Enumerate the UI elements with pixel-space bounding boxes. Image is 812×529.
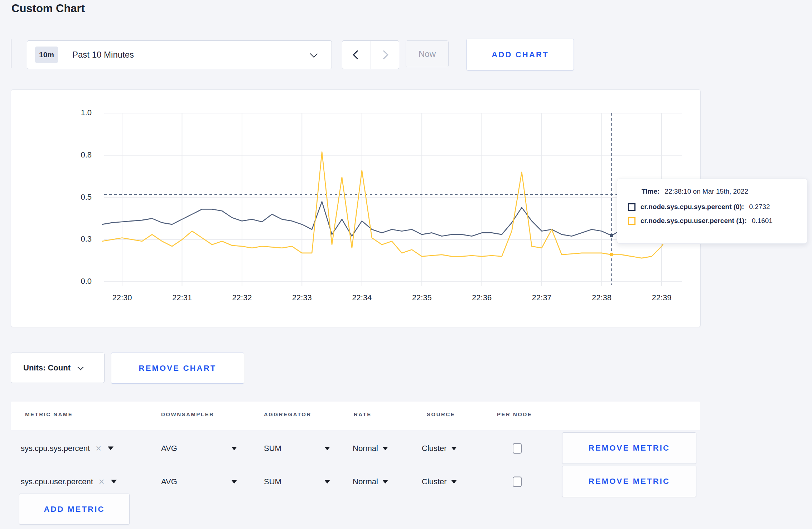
remove-metric-button[interactable]: REMOVE METRIC <box>562 432 696 464</box>
rate-select[interactable]: Normal <box>353 477 388 486</box>
column-header-source: SOURCE <box>427 411 455 417</box>
chevron-down-icon <box>310 50 318 57</box>
aggregator-value: SUM <box>264 477 281 486</box>
chevron-left-icon <box>353 50 362 59</box>
y-axis-tick-label: 0.3 <box>59 234 92 244</box>
caret-down-icon <box>451 447 457 450</box>
add-chart-button[interactable]: ADD CHART <box>467 39 574 71</box>
x-axis-tick-label: 22:35 <box>406 293 438 302</box>
tooltip-series-value: 0.2732 <box>749 203 770 211</box>
x-axis-tick-label: 22:36 <box>466 293 498 302</box>
source-value: Cluster <box>422 444 447 453</box>
caret-down-icon <box>382 480 388 484</box>
metric-name-select[interactable]: sys.cpu.sys.percent × <box>21 443 113 453</box>
series-sys-swatch-icon <box>628 203 635 211</box>
units-label: Units: Count <box>23 363 71 373</box>
aggregator-select[interactable]: SUM <box>264 444 330 453</box>
time-window-dropdown[interactable]: 10m Past 10 Minutes <box>27 40 332 69</box>
tooltip-series-value: 0.1601 <box>752 217 773 225</box>
tooltip-time-value: 22:38:10 on Mar 15th, 2022 <box>664 188 748 195</box>
column-header-metric-name: METRIC NAME <box>25 411 73 417</box>
x-axis-tick-label: 22:38 <box>586 293 618 302</box>
downsampler-value: AVG <box>161 477 177 486</box>
chevron-right-icon <box>379 50 388 59</box>
time-window-badge: 10m <box>35 47 58 63</box>
next-time-button[interactable] <box>371 41 399 69</box>
chart-card: 0.00.30.50.81.022:3022:3122:3222:3322:34… <box>11 89 701 327</box>
prev-time-button[interactable] <box>342 41 371 69</box>
tooltip-series-label: cr.node.sys.cpu.sys.percent (0): <box>641 203 744 211</box>
per-node-checkbox[interactable] <box>513 443 522 453</box>
aggregator-select[interactable]: SUM <box>264 477 330 486</box>
y-axis-tick-label: 0.0 <box>59 277 92 286</box>
rate-value: Normal <box>353 444 378 453</box>
downsampler-value: AVG <box>161 444 177 453</box>
aggregator-value: SUM <box>264 444 281 453</box>
units-dropdown[interactable]: Units: Count <box>11 353 105 383</box>
column-header-downsampler: DOWNSAMPLER <box>161 411 214 417</box>
rate-select[interactable]: Normal <box>353 444 388 453</box>
tooltip-time-label: Time: <box>642 188 659 195</box>
source-select[interactable]: Cluster <box>422 477 457 486</box>
remove-metric-button[interactable]: REMOVE METRIC <box>562 466 696 497</box>
y-axis-tick-label: 1.0 <box>59 108 92 117</box>
caret-down-icon <box>382 447 388 450</box>
metrics-table-header: METRIC NAME DOWNSAMPLER AGGREGATOR RATE … <box>11 402 700 430</box>
chevron-down-icon <box>77 364 83 370</box>
close-icon[interactable]: × <box>96 443 101 453</box>
x-axis-tick-label: 22:33 <box>286 293 318 302</box>
chart-plot-svg[interactable] <box>11 90 700 327</box>
caret-down-icon <box>231 447 237 450</box>
toolbar-left-divider <box>11 39 11 68</box>
x-axis-tick-label: 22:34 <box>346 293 378 302</box>
now-button[interactable]: Now <box>406 40 449 67</box>
x-axis-tick-label: 22:39 <box>646 293 678 302</box>
per-node-checkbox[interactable] <box>513 476 522 487</box>
column-header-per-node: PER NODE <box>497 411 532 417</box>
caret-down-icon <box>111 480 117 484</box>
x-axis-tick-label: 22:30 <box>106 293 138 302</box>
time-window-label: Past 10 Minutes <box>72 50 134 60</box>
metric-row: sys.cpu.sys.percent × AVG SUM Normal Clu… <box>11 432 700 465</box>
caret-down-icon <box>324 447 330 450</box>
page-title: Custom Chart <box>11 2 85 15</box>
caret-down-icon <box>451 480 457 484</box>
y-axis-tick-label: 0.8 <box>59 150 92 160</box>
x-axis-tick-label: 22:32 <box>226 293 258 302</box>
caret-down-icon <box>231 480 237 484</box>
x-axis-tick-label: 22:37 <box>526 293 558 302</box>
chart-tooltip: Time:22:38:10 on Mar 15th, 2022 cr.node.… <box>617 179 807 244</box>
tooltip-series-row: cr.node.sys.cpu.sys.percent (0): 0.2732 <box>628 203 807 211</box>
column-header-rate: RATE <box>354 411 372 417</box>
downsampler-select[interactable]: AVG <box>161 444 237 453</box>
tooltip-series-row: cr.node.sys.cpu.user.percent (1): 0.1601 <box>628 217 807 225</box>
source-value: Cluster <box>422 477 447 486</box>
close-icon[interactable]: × <box>99 477 105 486</box>
time-nav-arrows <box>342 40 399 69</box>
tooltip-time-row: Time:22:38:10 on Mar 15th, 2022 <box>628 188 807 195</box>
y-axis-tick-label: 0.5 <box>59 193 92 202</box>
rate-value: Normal <box>353 477 378 486</box>
metric-name-select[interactable]: sys.cpu.user.percent × <box>21 477 117 486</box>
metric-name: sys.cpu.user.percent <box>21 477 93 486</box>
series-user-swatch-icon <box>628 217 635 225</box>
column-header-aggregator: AGGREGATOR <box>264 411 311 417</box>
tooltip-series-label: cr.node.sys.cpu.user.percent (1): <box>641 217 747 225</box>
x-axis-tick-label: 22:31 <box>166 293 198 302</box>
add-metric-button[interactable]: ADD METRIC <box>19 494 130 525</box>
caret-down-icon <box>108 447 113 450</box>
source-select[interactable]: Cluster <box>422 444 457 453</box>
downsampler-select[interactable]: AVG <box>161 477 237 486</box>
remove-chart-button[interactable]: REMOVE CHART <box>111 353 244 384</box>
caret-down-icon <box>324 480 330 484</box>
metric-name: sys.cpu.sys.percent <box>21 444 90 453</box>
